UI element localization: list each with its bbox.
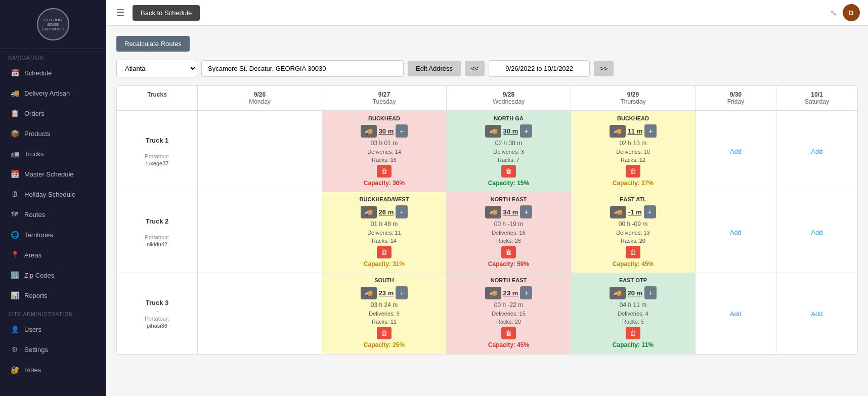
add-stop-button[interactable]: + <box>520 124 532 138</box>
sidebar-item-products[interactable]: 📦 Products <box>2 124 104 143</box>
route-truck-button[interactable]: 🚚 <box>361 287 377 299</box>
sidebar-item-label: Users <box>24 326 41 333</box>
route-time: 01 h 48 m <box>371 221 398 228</box>
delete-route-button[interactable]: 🗑 <box>626 165 640 178</box>
route-deliveries: Deliveries: 4 <box>618 311 648 317</box>
master-schedule-icon: 📆 <box>10 169 19 179</box>
route-name: NORTH EAST <box>491 277 527 283</box>
route-capacity: Capacity: 45% <box>488 341 529 348</box>
route-capacity: Capacity: 27% <box>613 180 654 187</box>
route-time: 00 h -22 m <box>494 301 523 309</box>
sidebar-item-areas[interactable]: 📍 Areas <box>2 245 104 265</box>
delete-route-button[interactable]: 🗑 <box>626 246 640 258</box>
sidebar-item-settings[interactable]: ⚙ Settings <box>2 340 104 359</box>
route-truck-button[interactable]: 🚚 <box>485 125 501 138</box>
route-capacity: Capacity: 11% <box>613 341 654 348</box>
sidebar-item-roles[interactable]: 🔐 Roles <box>2 360 104 379</box>
route-truck-button[interactable]: 🚚 <box>361 206 377 218</box>
add-stop-button[interactable]: + <box>396 124 408 138</box>
minimize-icon[interactable]: ⤡ <box>830 8 837 18</box>
settings-icon: ⚙ <box>10 345 19 354</box>
add-route-link[interactable]: Add <box>730 229 742 236</box>
truck1-fri-cell: Add <box>696 111 776 192</box>
delete-route-button[interactable]: 🗑 <box>626 327 640 339</box>
add-route-link[interactable]: Add <box>811 229 822 236</box>
add-stop-button[interactable]: + <box>644 286 657 299</box>
table-row: Truck 3 - Portatour: pihasi86 SOUTH 🚚 23… <box>117 273 857 354</box>
route-capacity: Capacity: 15% <box>488 180 529 187</box>
route-racks: Racks: 14 <box>372 238 397 244</box>
add-stop-button[interactable]: + <box>644 205 656 218</box>
sidebar-item-label: Reports <box>24 292 48 299</box>
add-stop-button[interactable]: + <box>396 205 408 218</box>
truck-name: Truck 3 <box>146 299 169 306</box>
sidebar-item-label: Roles <box>24 366 41 374</box>
schedule-content: Recalculate Routes Atlanta Edit Address … <box>106 26 868 396</box>
route-deliveries: Deliveries: 11 <box>367 230 401 236</box>
add-route-link[interactable]: Add <box>811 310 822 318</box>
delete-route-button[interactable]: 🗑 <box>377 165 392 178</box>
route-truck-button[interactable]: 🚚 <box>361 125 377 138</box>
add-stop-button[interactable]: + <box>644 124 657 138</box>
sidebar-item-label: Territories <box>24 231 53 239</box>
prev-date-button[interactable]: << <box>465 61 485 76</box>
truck1-tue-cell: BUCKHEAD 🚚 30 m + 03 h 01 m Deliveries: … <box>322 111 447 192</box>
sidebar-item-schedule[interactable]: 📅 Schedule <box>2 63 104 82</box>
sidebar-item-orders[interactable]: 📋 Orders <box>2 104 104 123</box>
address-input[interactable] <box>201 60 404 77</box>
route-truck-button[interactable]: 🚚 <box>485 287 501 299</box>
sidebar-item-master-schedule[interactable]: 📆 Master Schedule <box>2 164 104 184</box>
hamburger-button[interactable]: ☰ <box>114 5 126 20</box>
table-row: Truck 2 - Portatour: nikidu42 BUCKHEAD/W… <box>117 192 857 273</box>
truck1-thu-cell: BUCKHEAD 🚚 11 m + 02 h 13 m Deliveries: … <box>571 111 696 192</box>
truck2-wed-cell: NORTH EAST 🚚 34 m + 00 h -19 m Deliverie… <box>447 192 571 273</box>
add-stop-button[interactable]: + <box>520 205 532 218</box>
sidebar-item-delivery-artisan[interactable]: 🚚 Delivery Artisan <box>2 83 104 103</box>
recalculate-routes-button[interactable]: Recalculate Routes <box>116 36 190 52</box>
location-select[interactable]: Atlanta <box>116 60 197 77</box>
route-truck-button[interactable]: 🚚 <box>610 287 626 299</box>
sidebar-item-reports[interactable]: 📊 Reports <box>2 286 104 305</box>
route-name: SOUTH <box>374 277 394 283</box>
add-route-link[interactable]: Add <box>730 310 742 318</box>
truck3-mon-cell <box>198 273 322 354</box>
route-truck-button[interactable]: 🚚 <box>610 206 626 218</box>
route-name: BUCKHEAD <box>368 115 400 121</box>
delete-route-button[interactable]: 🗑 <box>377 246 392 258</box>
next-date-button[interactable]: >> <box>594 61 614 76</box>
add-route-link[interactable]: Add <box>730 148 742 155</box>
route-deliveries: Deliveries: 15 <box>492 311 526 317</box>
add-stop-button[interactable]: + <box>396 286 408 299</box>
route-racks: Racks: 11 <box>372 319 397 325</box>
avatar[interactable]: D <box>843 4 860 21</box>
toolbar-row: Recalculate Routes <box>116 36 858 52</box>
sidebar-item-users[interactable]: 👤 Users <box>2 320 104 339</box>
delete-route-button[interactable]: 🗑 <box>501 246 516 258</box>
edit-address-button[interactable]: Edit Address <box>408 61 461 76</box>
delete-route-button[interactable]: 🗑 <box>377 327 392 339</box>
truck2-sat-cell: Add <box>776 192 857 273</box>
add-route-link[interactable]: Add <box>811 148 822 155</box>
sidebar-item-holiday-schedule[interactable]: 🗓 Holiday Schedule <box>2 185 104 204</box>
back-to-schedule-button[interactable]: Back to Schedule <box>133 5 200 21</box>
route-capacity: Capacity: 59% <box>488 260 529 268</box>
sidebar-item-territories[interactable]: 🌐 Territories <box>2 225 104 244</box>
sidebar-item-label: Settings <box>24 346 48 354</box>
route-name: NORTH GA <box>494 115 524 121</box>
nav-section-label: NAVIGATION <box>0 49 106 63</box>
add-stop-button[interactable]: + <box>520 286 532 299</box>
sidebar-item-zip-codes[interactable]: 🔢 Zip Codes <box>2 266 104 285</box>
route-capacity: Capacity: 25% <box>364 341 405 348</box>
sidebar-item-trucks[interactable]: 🚛 Trucks <box>2 144 104 163</box>
delete-route-button[interactable]: 🗑 <box>501 327 516 339</box>
orders-icon: 📋 <box>10 109 19 118</box>
sidebar-item-routes[interactable]: 🗺 Routes <box>2 205 104 224</box>
logo-image: CUTTING EDGE FIREWOOD <box>37 8 69 40</box>
products-icon: 📦 <box>10 129 19 138</box>
sidebar-item-label: Master Schedule <box>24 170 74 178</box>
route-truck-button[interactable]: 🚚 <box>610 125 626 138</box>
site-admin-label: SITE ADMINISTRATION <box>0 305 106 319</box>
delete-route-button[interactable]: 🗑 <box>501 165 516 178</box>
route-truck-button[interactable]: 🚚 <box>485 206 501 218</box>
truck-icon: 🚚 <box>10 89 19 98</box>
